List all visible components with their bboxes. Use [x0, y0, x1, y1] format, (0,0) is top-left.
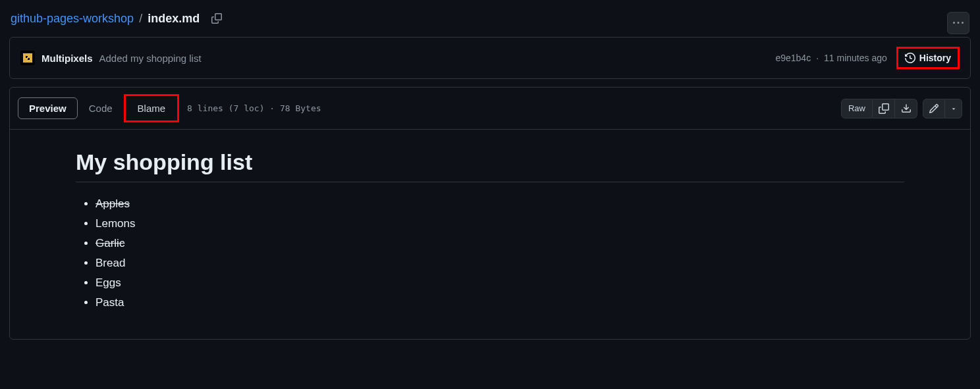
pencil-icon — [929, 103, 939, 114]
view-tabs: Preview Code Blame — [18, 94, 179, 122]
file-meta: 8 lines (7 loc) · 78 Bytes — [187, 103, 321, 113]
edit-dropdown-button[interactable] — [945, 99, 962, 118]
list-item: Pasta — [95, 293, 904, 313]
shopping-list: ApplesLemonsGarlicBreadEggsPasta — [76, 194, 904, 313]
triangle-down-icon — [950, 105, 957, 112]
copy-raw-button[interactable] — [873, 99, 895, 118]
download-icon — [901, 103, 912, 114]
edit-file-button[interactable] — [923, 99, 945, 118]
document-heading: My shopping list — [76, 149, 904, 182]
file-content-preview: My shopping list ApplesLemonsGarlicBread… — [10, 130, 970, 339]
list-item: Apples — [95, 194, 904, 214]
history-label: History — [919, 53, 951, 63]
file-toolbar: Preview Code Blame 8 lines (7 loc) · 78 … — [10, 88, 970, 130]
more-options-button[interactable] — [947, 12, 969, 34]
commit-author[interactable]: Multipixels — [41, 53, 93, 64]
avatar[interactable] — [20, 51, 35, 65]
tab-code[interactable]: Code — [78, 97, 124, 119]
raw-button[interactable]: Raw — [841, 99, 873, 118]
breadcrumb-repo-link[interactable]: github-pages-workshop — [11, 12, 134, 26]
list-item: Lemons — [95, 214, 904, 234]
list-item: Eggs — [95, 273, 904, 293]
download-raw-button[interactable] — [895, 99, 917, 118]
commit-hash[interactable]: e9e1b4c — [775, 53, 811, 63]
list-item: Bread — [95, 253, 904, 273]
history-button[interactable]: History — [896, 47, 960, 69]
file-box: Preview Code Blame 8 lines (7 loc) · 78 … — [9, 87, 971, 340]
breadcrumb-file: index.md — [148, 12, 200, 26]
commit-time: 11 minutes ago — [824, 53, 887, 63]
breadcrumb-separator: / — [139, 12, 142, 26]
history-icon — [905, 53, 915, 63]
copy-path-button[interactable] — [209, 11, 225, 26]
dot-separator: · — [816, 53, 819, 63]
commit-message[interactable]: Added my shopping list — [99, 53, 202, 64]
list-item: Garlic — [95, 234, 904, 253]
copy-icon — [211, 13, 222, 24]
file-actions: Raw — [841, 99, 962, 118]
tab-blame[interactable]: Blame — [124, 94, 180, 122]
copy-icon — [879, 103, 889, 114]
tab-preview[interactable]: Preview — [18, 97, 78, 119]
kebab-horizontal-icon — [953, 18, 964, 28]
breadcrumb: github-pages-workshop / index.md — [9, 11, 971, 26]
latest-commit-bar: Multipixels Added my shopping list e9e1b… — [9, 37, 971, 79]
